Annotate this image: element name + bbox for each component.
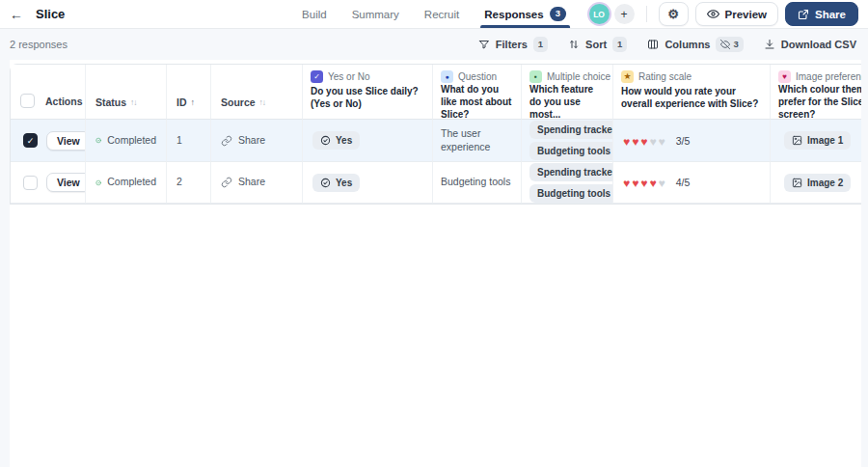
header-actions: Actions [11, 65, 86, 120]
divider [646, 6, 647, 22]
sort-both-icon: ↑↓ [130, 97, 137, 107]
check-circle-icon [95, 134, 101, 147]
responses-table: Actions Status ↑↓ ID ↑ [10, 64, 861, 205]
filters-label: Filters [496, 39, 528, 50]
heart-filled-icon: ♥ [623, 135, 630, 149]
add-member-button[interactable]: + [614, 4, 635, 24]
image-chip: Image 2 [784, 174, 851, 192]
header-source[interactable]: Source ↑↓ [211, 65, 303, 120]
type-label: Image preference [796, 71, 861, 82]
row-1-actions-cell: ✓ View [11, 120, 86, 162]
tab-responses[interactable]: Responses 3 [484, 0, 566, 28]
download-icon [764, 39, 775, 50]
row-checkbox[interactable] [23, 176, 38, 190]
question-text: Do you use Slice daily? (Yes or No) [311, 85, 424, 110]
row-2-image-cell: Image 2 [771, 162, 861, 204]
rating-value: 4/5 [676, 177, 691, 188]
heart-filled-icon: ♥ [623, 177, 630, 190]
question-type-icon: ● [441, 70, 453, 83]
view-button[interactable]: View [46, 173, 86, 192]
header-status[interactable]: Status ↑↓ [86, 65, 167, 120]
sort-both-icon: ↑↓ [259, 97, 266, 107]
row-1-id-cell: 1 [167, 120, 211, 162]
tab-build[interactable]: Build [302, 0, 327, 28]
yes-or-no-type-icon: ✓ [311, 70, 323, 83]
avatar[interactable]: LO [589, 4, 610, 24]
image-icon [792, 178, 802, 188]
download-csv-label: Download CSV [781, 39, 856, 50]
preview-button[interactable]: Preview [695, 2, 778, 26]
sort-asc-icon: ↑ [191, 97, 196, 107]
select-all-checkbox[interactable] [20, 94, 35, 108]
row-2-choices-cell: Spending tracker Budgeting tools [522, 162, 613, 204]
row-1-status-cell: Completed [86, 120, 167, 162]
image-value: Image 2 [807, 176, 843, 190]
choice-chip: Spending tracker [529, 163, 613, 181]
hidden-columns-count: 3 [733, 38, 738, 50]
navbar-left: ← Slice [10, 7, 65, 21]
source-value: Share [238, 134, 265, 148]
choice-chip: Budgeting tools [529, 184, 613, 203]
link-icon [221, 135, 232, 147]
responses-count: 2 responses [10, 39, 68, 50]
source-header-label: Source [221, 96, 256, 108]
choice-chip: Budgeting tools [529, 142, 613, 160]
header-question-yes-no[interactable]: ✓ Yes or No Do you use Slice daily? (Yes… [303, 65, 433, 120]
type-label: Multiple choice [547, 71, 610, 82]
row-2-source-cell: Share [211, 162, 303, 204]
id-header-label: ID [176, 96, 187, 108]
navbar-right: LO + ⚙ Preview Share [589, 2, 858, 26]
header-question-open[interactable]: ● Question What do you like most about S… [433, 65, 522, 120]
yes-no-value: Yes [336, 133, 352, 148]
heart-empty-icon: ♥ [659, 135, 665, 149]
gear-icon: ⚙ [667, 8, 679, 20]
share-button[interactable]: Share [785, 2, 858, 26]
row-1-rating-cell: ♥♥♥♥♥ 3/5 [613, 120, 771, 162]
image-chip: Image 1 [784, 131, 851, 150]
preview-label: Preview [725, 9, 767, 20]
content-area: Actions Status ↑↓ ID ↑ [0, 60, 868, 467]
header-id[interactable]: ID ↑ [167, 65, 211, 120]
heart-filled-icon: ♥ [632, 135, 638, 149]
row-2-actions-cell: View [11, 162, 86, 204]
type-label: Question [458, 71, 497, 82]
back-arrow-icon[interactable]: ← [10, 8, 23, 21]
sort-button[interactable]: Sort 1 [568, 37, 627, 51]
tab-recruit[interactable]: Recruit [424, 0, 459, 28]
tab-summary[interactable]: Summary [352, 0, 399, 28]
settings-button[interactable]: ⚙ [659, 2, 689, 26]
choice-chip: Spending tracker [529, 121, 613, 139]
form-title: Slice [36, 7, 65, 21]
toolbar-actions: Filters 1 Sort 1 Columns 3 Download CSV [478, 37, 856, 51]
download-csv-button[interactable]: Download CSV [764, 39, 856, 50]
yes-chip: Yes [312, 131, 360, 150]
responses-toolbar: 2 responses Filters 1 Sort 1 Columns 3 [0, 29, 868, 60]
heart-rating: ♥♥♥♥♥ [623, 132, 667, 150]
responses-count-badge: 3 [550, 7, 566, 20]
image-value: Image 1 [807, 133, 843, 148]
nav-tabs: Build Summary Recruit Responses 3 [302, 0, 566, 28]
funnel-icon [478, 39, 490, 50]
share-label: Share [815, 9, 846, 20]
filters-button[interactable]: Filters 1 [478, 37, 548, 51]
row-2-status-cell: Completed [86, 162, 167, 204]
header-question-rating[interactable]: ★ Rating scale How would you rate your o… [613, 65, 771, 120]
sort-label: Sort [585, 39, 607, 50]
heart-filled-icon: ♥ [632, 177, 638, 190]
image-icon [792, 135, 802, 146]
heart-filled-icon: ♥ [640, 135, 647, 149]
row-1-text-answer-cell: The user experience [433, 120, 522, 162]
view-button[interactable]: View [46, 131, 86, 151]
header-question-image-preference[interactable]: ♥ Image preference Which colour theme do… [771, 65, 861, 120]
link-icon [221, 177, 232, 188]
row-checkbox[interactable]: ✓ [23, 133, 38, 148]
sort-arrows-icon [568, 39, 580, 50]
rating-value: 3/5 [676, 135, 691, 147]
question-text: What do you like most about Slice? [441, 83, 513, 120]
header-question-multiple-choice[interactable]: ▪ Multiple choice Which feature do you u… [522, 65, 613, 120]
columns-button[interactable]: Columns 3 [647, 37, 743, 51]
check-circle-icon [95, 177, 101, 189]
row-1-yes-no-cell: Yes [303, 120, 433, 162]
check-circle-icon [320, 178, 331, 188]
eye-off-icon [720, 40, 730, 49]
